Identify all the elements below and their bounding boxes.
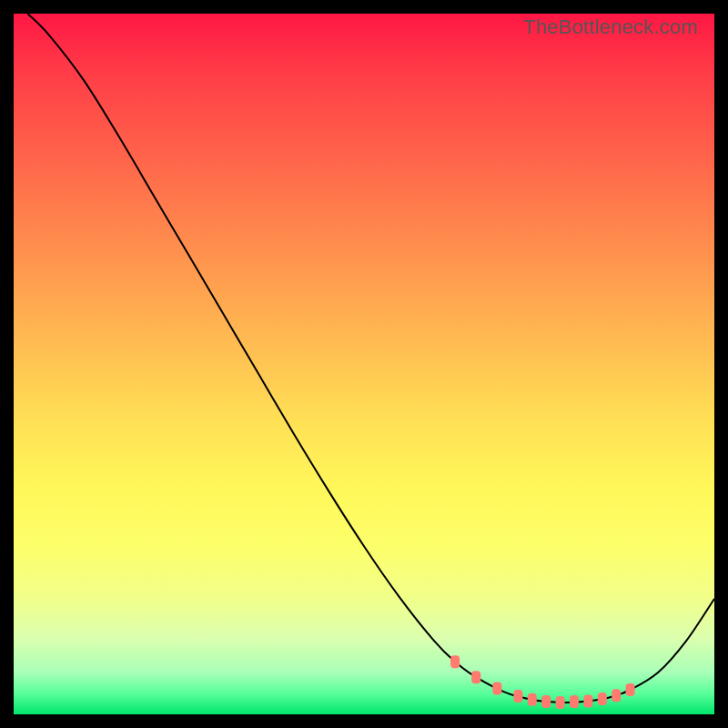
- highlight-marker: [471, 671, 480, 683]
- chart-frame: TheBottleneck.com: [0, 0, 728, 728]
- highlight-marker: [556, 696, 565, 709]
- highlight-marker: [583, 694, 592, 707]
- highlight-marker: [513, 690, 522, 703]
- highlight-marker: [541, 695, 551, 708]
- highlight-marker: [492, 682, 501, 695]
- highlight-marker: [570, 695, 579, 708]
- highlight-marker: [450, 655, 460, 668]
- highlight-marker: [612, 689, 621, 702]
- highlight-marker: [626, 683, 635, 696]
- marker-group: [450, 655, 634, 709]
- plot-area: TheBottleneck.com: [14, 14, 714, 714]
- curve-svg: [14, 14, 714, 714]
- bottleneck-curve: [27, 14, 714, 703]
- highlight-marker: [528, 693, 537, 706]
- highlight-marker: [598, 693, 607, 705]
